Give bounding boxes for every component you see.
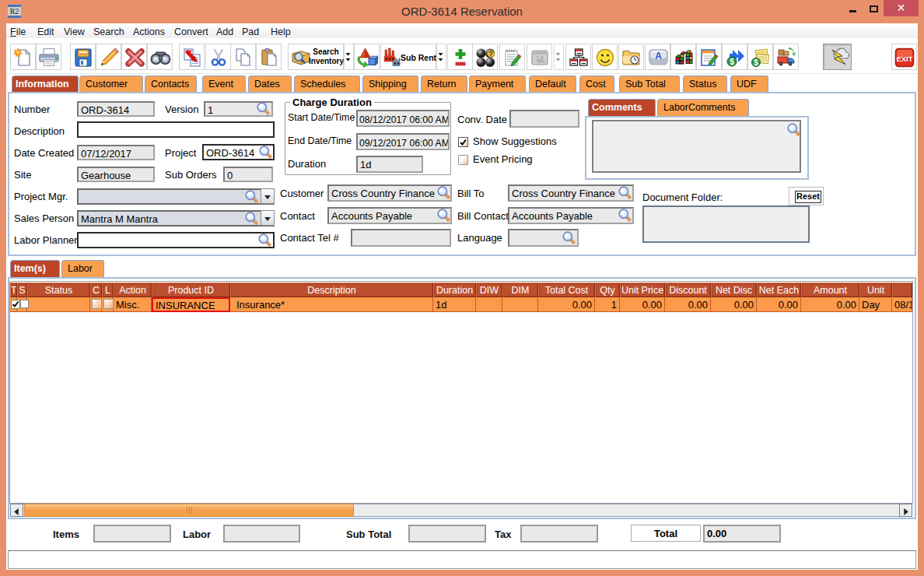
svg-text:$: $: [730, 58, 734, 66]
svg-text:A: A: [655, 51, 662, 61]
svg-text:$: $: [754, 58, 758, 67]
svg-text:?: ?: [488, 49, 493, 58]
svg-text:EXIT: EXIT: [896, 54, 912, 63]
